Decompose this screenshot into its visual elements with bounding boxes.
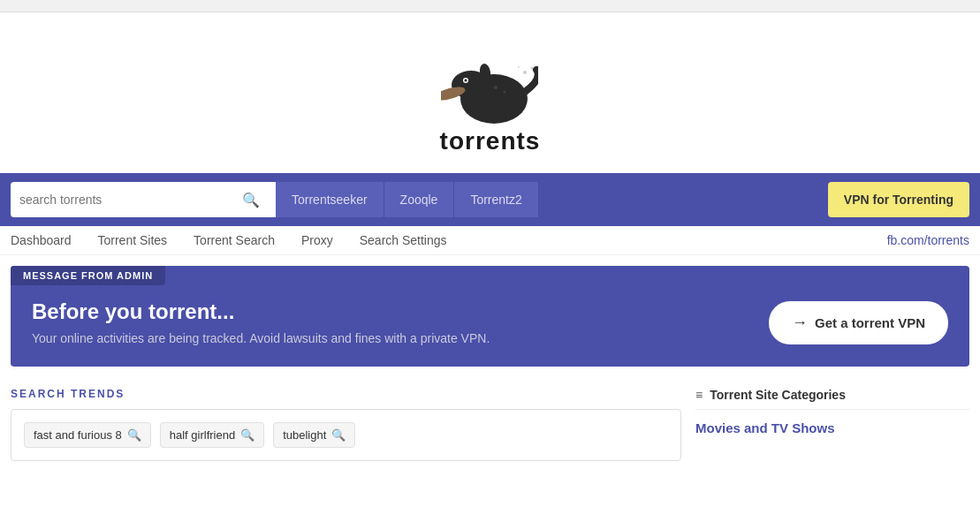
svg-point-10 <box>518 66 520 68</box>
tab-zooqle[interactable]: Zooqle <box>384 182 455 217</box>
nav-link-proxy[interactable]: Proxy <box>301 233 333 247</box>
nav-link-torrent-sites[interactable]: Torrent Sites <box>98 233 168 247</box>
trend-tag-tubelight[interactable]: tubelight 🔍 <box>273 422 355 448</box>
nav-social-link[interactable]: fb.com/torrents <box>887 233 969 247</box>
trends-box: fast and furious 8 🔍 half girlfriend 🔍 t… <box>11 409 681 461</box>
admin-text: Before you torrent... Your online activi… <box>32 299 751 345</box>
trend-search-icon: 🔍 <box>240 428 254 442</box>
left-column: SEARCH TRENDS fast and furious 8 🔍 half … <box>11 377 681 461</box>
nav-link-search-settings[interactable]: Search Settings <box>360 233 447 247</box>
search-tabs: Torrentseeker Zooqle Torrentz2 <box>276 182 539 217</box>
search-trends-title: SEARCH TRENDS <box>11 388 681 400</box>
search-input-container: 🔍 <box>11 182 276 217</box>
svg-point-9 <box>531 67 534 70</box>
tab-torrentz2[interactable]: Torrentz2 <box>454 182 538 217</box>
nav-bar: Dashboard Torrent Sites Torrent Search P… <box>0 226 980 255</box>
logo-container: torrents <box>440 39 541 155</box>
trend-label: fast and furious 8 <box>34 428 122 442</box>
logo-area: torrents <box>0 12 980 173</box>
admin-heading: Before you torrent... <box>32 299 751 324</box>
nav-link-torrent-search[interactable]: Torrent Search <box>194 233 275 247</box>
trend-label: tubelight <box>283 428 326 442</box>
main-content: SEARCH TRENDS fast and furious 8 🔍 half … <box>0 377 980 461</box>
right-sidebar: ≡ Torrent Site Categories Movies and TV … <box>695 388 969 435</box>
search-trends-title-prefix: SEARC <box>11 388 57 400</box>
get-torrent-vpn-button[interactable]: Get a torrent VPN <box>769 301 948 344</box>
search-bar: 🔍 Torrentseeker Zooqle Torrentz2 VPN for… <box>0 173 980 226</box>
tab-torrentseeker[interactable]: Torrentseeker <box>276 182 384 217</box>
sidebar-header: ≡ Torrent Site Categories <box>695 388 969 410</box>
vpn-for-torrenting-button[interactable]: VPN for Torrenting <box>828 182 969 217</box>
site-logo-text: torrents <box>440 127 541 155</box>
trend-label: half girlfriend <box>170 428 235 442</box>
search-trends-title-highlight: H <box>57 388 66 400</box>
browser-toolbar <box>0 0 980 12</box>
svg-point-6 <box>494 86 498 89</box>
trend-search-icon: 🔍 <box>331 428 346 442</box>
admin-banner: MESSAGE FROM ADMIN Before you torrent...… <box>11 266 969 367</box>
right-column: ≡ Torrent Site Categories Movies and TV … <box>695 377 969 461</box>
search-trends-title-suffix: TRENDS <box>66 388 125 400</box>
search-input[interactable] <box>19 193 235 207</box>
sidebar-header-label: Torrent Site Categories <box>710 388 846 402</box>
logo-anteater-icon <box>441 39 538 136</box>
trend-search-icon: 🔍 <box>127 428 141 442</box>
svg-point-7 <box>504 91 506 94</box>
trend-tag-fast-and-furious[interactable]: fast and furious 8 🔍 <box>24 422 151 448</box>
admin-body: Your online activities are being tracked… <box>32 331 751 345</box>
nav-link-dashboard[interactable]: Dashboard <box>11 233 72 247</box>
search-submit-button[interactable]: 🔍 <box>235 182 267 217</box>
svg-point-8 <box>523 71 527 74</box>
admin-content: Before you torrent... Your online activi… <box>11 299 969 345</box>
sidebar-category-movies-tv[interactable]: Movies and TV Shows <box>695 420 969 435</box>
svg-point-4 <box>465 79 467 82</box>
trend-tag-half-girlfriend[interactable]: half girlfriend 🔍 <box>160 422 264 448</box>
nav-links: Dashboard Torrent Sites Torrent Search P… <box>11 233 447 247</box>
hamburger-icon: ≡ <box>695 388 703 402</box>
admin-badge: MESSAGE FROM ADMIN <box>11 266 165 285</box>
